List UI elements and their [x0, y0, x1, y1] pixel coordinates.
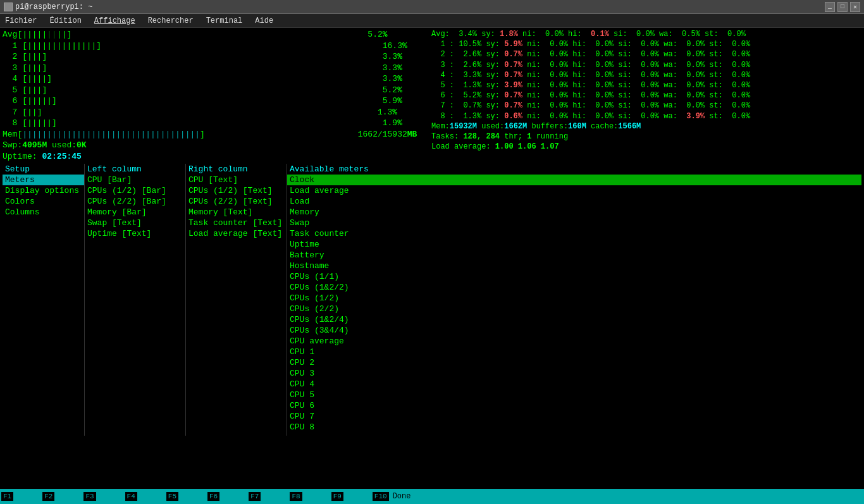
- cpu5-bar: 5 [|||] 5.2%: [3, 85, 426, 96]
- avail-cpus22[interactable]: CPUs (2/2): [287, 304, 861, 314]
- f1-button[interactable]: F1: [0, 489, 41, 504]
- avail-cpu4[interactable]: CPU 4: [287, 379, 861, 390]
- right-col-cpus22-text[interactable]: CPUs (2/2) [Text]: [186, 196, 287, 207]
- menubar: Fichier Édition Affichage Rechercher Ter…: [0, 14, 864, 28]
- right-col-header: Right column: [186, 164, 287, 175]
- setup-header: Setup: [3, 164, 84, 175]
- avail-cpus3and44[interactable]: CPUs (3&4/4): [287, 325, 861, 336]
- f6-button[interactable]: F6: [206, 489, 247, 504]
- right-col-cpu-text[interactable]: CPU [Text]: [186, 175, 287, 185]
- avail-cpu2[interactable]: CPU 2: [287, 357, 861, 368]
- cpu-avg-detail: Avg: 3.4% sy: 1.8% ni: 0.0% hi: 0.1% si:…: [431, 29, 861, 39]
- setup-sidebar: Setup Meters Display options Colors Colu…: [3, 164, 85, 436]
- avail-cpus11[interactable]: CPUs (1/1): [287, 271, 861, 282]
- avail-cpu5[interactable]: CPU 5: [287, 390, 861, 400]
- cpu7-detail: 7 : 0.7% sy: 0.7% ni: 0.0% hi: 0.0% si: …: [431, 101, 861, 111]
- available-meters-panel: Available meters Clock Load average Load…: [287, 164, 861, 436]
- avail-cpus1and24[interactable]: CPUs (1&2/4): [287, 314, 861, 325]
- available-meters-header: Available meters: [287, 164, 861, 175]
- cpu3-detail: 3 : 2.6% sy: 0.7% ni: 0.0% hi: 0.0% si: …: [431, 60, 861, 70]
- mem-bar: Mem[||||||||||||||||||||||||||||||||||||…: [3, 129, 426, 140]
- cpu8-detail: 8 : 1.3% sy: 0.6% ni: 0.0% hi: 0.0% si: …: [431, 111, 861, 121]
- titlebar-title: pi@raspberrypi: ~: [15, 3, 92, 11]
- right-col-cpus12-text[interactable]: CPUs (1/2) [Text]: [186, 185, 287, 196]
- titlebar-left: pi@raspberrypi: ~: [4, 3, 92, 11]
- menu-affichage[interactable]: Affichage: [92, 15, 138, 27]
- avail-cpu-average[interactable]: CPU average: [287, 336, 861, 347]
- cpu3-bar: 3 [|||] 3.3%: [3, 63, 426, 74]
- f2-button[interactable]: F2: [41, 489, 82, 504]
- cpu-detail: Avg: 3.4% sy: 1.8% ni: 0.0% hi: 0.1% si:…: [426, 29, 861, 163]
- menu-rechercher[interactable]: Rechercher: [145, 15, 196, 27]
- tasks-detail: Tasks: 128, 284 thr; 1 running: [431, 132, 861, 142]
- avail-load-avg[interactable]: Load average: [287, 185, 861, 196]
- avail-load[interactable]: Load: [287, 196, 861, 207]
- right-column-panel: Right column CPU [Text] CPUs (1/2) [Text…: [186, 164, 287, 436]
- f7-button[interactable]: F7: [247, 489, 288, 504]
- right-col-taskctr-text[interactable]: Task counter [Text]: [186, 218, 287, 228]
- terminal-area: Avg[|||||||||] 5.2% 1 [||||||||||||||] 1…: [0, 28, 864, 489]
- menu-terminal[interactable]: Terminal: [204, 15, 245, 27]
- function-bar: F1 F2 F3 F4 F5 F6 F7 F8 F9 F10Done: [0, 489, 864, 504]
- cpu6-detail: 6 : 5.2% sy: 0.7% ni: 0.0% hi: 0.0% si: …: [431, 90, 861, 101]
- right-col-loadavg-text[interactable]: Load average [Text]: [186, 228, 287, 239]
- avail-clock[interactable]: Clock: [287, 175, 861, 185]
- cpu-section: Avg[|||||||||] 5.2% 1 [||||||||||||||] 1…: [3, 29, 861, 163]
- left-col-cpus22-bar[interactable]: CPUs (2/2) [Bar]: [85, 196, 185, 207]
- avail-hostname[interactable]: Hostname: [287, 261, 861, 271]
- swp-line: Swp:4095M used:0K: [3, 140, 426, 151]
- uptime-line: Uptime: 02:25:45: [3, 151, 426, 163]
- cpu-avg-bar: Avg[|||||||||] 5.2%: [3, 29, 426, 40]
- left-col-cpu-bar[interactable]: CPU [Bar]: [85, 175, 185, 185]
- sidebar-item-colors[interactable]: Colors: [3, 196, 84, 207]
- avail-uptime[interactable]: Uptime: [287, 239, 861, 250]
- sidebar-item-display[interactable]: Display options: [3, 185, 84, 196]
- menu-aide[interactable]: Aide: [252, 15, 276, 27]
- avail-cpu3[interactable]: CPU 3: [287, 368, 861, 379]
- f8-button[interactable]: F8: [288, 489, 330, 504]
- cpu1-detail: 1 : 10.5% sy: 5.9% ni: 0.0% hi: 0.0% si:…: [431, 39, 861, 49]
- cpu5-detail: 5 : 1.3% sy: 3.9% ni: 0.0% hi: 0.0% si: …: [431, 80, 861, 90]
- avail-cpu6[interactable]: CPU 6: [287, 400, 861, 411]
- left-col-swap-text[interactable]: Swap [Text]: [85, 218, 185, 228]
- maximize-button[interactable]: □: [837, 2, 848, 12]
- cpu4-bar: 4 [||||] 3.3%: [3, 73, 426, 85]
- cpu2-detail: 2 : 2.6% sy: 0.7% ni: 0.0% hi: 0.0% si: …: [431, 49, 861, 59]
- left-col-cpus12-bar[interactable]: CPUs (1/2) [Bar]: [85, 185, 185, 196]
- avail-task-counter[interactable]: Task counter: [287, 228, 861, 239]
- titlebar: pi@raspberrypi: ~ _ □ ✕: [0, 0, 864, 14]
- f10-done-button[interactable]: F10Done: [371, 489, 415, 504]
- cpu1-bar: 1 [||||||||||||||] 16.3%: [3, 40, 426, 52]
- left-col-mem-bar[interactable]: Memory [Bar]: [85, 207, 185, 218]
- terminal-icon: [4, 3, 13, 11]
- cpu8-bar: 8 [|||||] 1.9%: [3, 118, 426, 129]
- right-col-mem-text[interactable]: Memory [Text]: [186, 207, 287, 218]
- f3-button[interactable]: F3: [82, 489, 123, 504]
- avail-swap[interactable]: Swap: [287, 218, 861, 228]
- sidebar-item-meters[interactable]: Meters: [3, 175, 84, 185]
- avail-memory[interactable]: Memory: [287, 207, 861, 218]
- f4-button[interactable]: F4: [124, 489, 165, 504]
- load-detail: Load average: 1.00 1.06 1.07: [431, 142, 861, 152]
- avail-battery[interactable]: Battery: [287, 250, 861, 261]
- menu-fichier[interactable]: Fichier: [3, 15, 39, 27]
- minimize-button[interactable]: _: [825, 2, 835, 12]
- close-button[interactable]: ✕: [850, 2, 860, 12]
- avail-cpu8[interactable]: CPU 8: [287, 422, 861, 433]
- cpu7-bar: 7 [||] 1.3%: [3, 107, 426, 118]
- setup-panel: Setup Meters Display options Colors Colu…: [3, 164, 861, 436]
- left-col-header: Left column: [85, 164, 185, 175]
- left-column-panel: Left column CPU [Bar] CPUs (1/2) [Bar] C…: [85, 164, 186, 436]
- cpu4-detail: 4 : 3.3% sy: 0.7% ni: 0.0% hi: 0.0% si: …: [431, 70, 861, 80]
- left-col-uptime-text[interactable]: Uptime [Text]: [85, 228, 185, 239]
- sidebar-item-columns[interactable]: Columns: [3, 207, 84, 218]
- avail-cpus12[interactable]: CPUs (1/2): [287, 293, 861, 304]
- avail-cpus1and22[interactable]: CPUs (1&2/2): [287, 282, 861, 293]
- cpu2-bar: 2 [|||] 3.3%: [3, 51, 426, 63]
- menu-edition[interactable]: Édition: [47, 15, 83, 27]
- avail-cpu1[interactable]: CPU 1: [287, 347, 861, 357]
- f9-button[interactable]: F9: [330, 489, 371, 504]
- cpu6-bar: 6 [|||||] 5.9%: [3, 95, 426, 107]
- avail-cpu7[interactable]: CPU 7: [287, 411, 861, 422]
- f5-button[interactable]: F5: [165, 489, 206, 504]
